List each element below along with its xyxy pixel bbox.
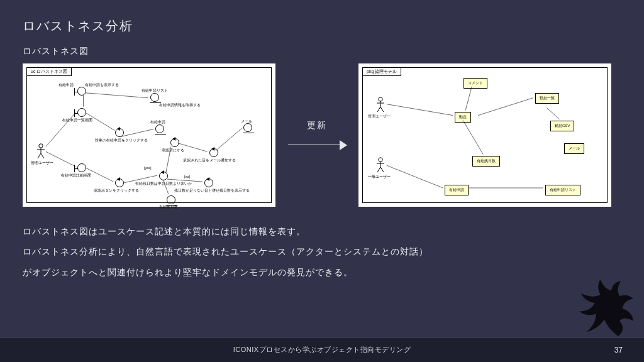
svg-line-14	[216, 128, 242, 151]
entity-label: 有給残日数	[159, 205, 178, 209]
svg-line-5	[46, 112, 76, 147]
robustness-diagram: uc ロバストネス図 管理ユーザー 有給申請 有給申請を表示する 有給申請一覧画…	[23, 63, 275, 207]
paragraph: ロバストネス図はユースケース記述と本質的には同じ情報を表す。	[23, 226, 621, 238]
svg-line-13	[177, 143, 208, 151]
svg-line-8	[86, 113, 115, 131]
slide-subtitle: ロバストネス図	[23, 46, 621, 57]
body-text: ロバストネス図はユースケース記述と本質的には同じ情報を表す。 ロバストネス分析に…	[23, 226, 621, 279]
footer-text: ICONIXプロセスから学ぶオブジェクト指向モデリング	[233, 345, 411, 354]
page-number: 37	[614, 346, 623, 354]
svg-line-12	[166, 146, 171, 173]
domain-model-diagram: pkg 論理モデル 管理ユーザー 一般ユーザー コメント 勤怠 勤怠一覧 勤怠C…	[358, 63, 611, 207]
svg-line-11	[123, 175, 157, 183]
svg-line-6	[46, 151, 76, 167]
connector-layer	[363, 68, 607, 203]
slide-title: ロバストネス分析	[23, 18, 621, 35]
footer: ICONIXプロセスから学ぶオブジェクト指向モデリング	[0, 337, 644, 362]
paragraph: ロバストネス分析により、自然言語で表現されたユースケース（アクターとシステムとの…	[23, 246, 621, 258]
svg-line-9	[121, 129, 153, 136]
svg-line-16	[164, 180, 169, 194]
svg-line-34	[463, 121, 483, 155]
svg-line-31	[387, 104, 453, 116]
arrow-label: 更新	[307, 120, 327, 131]
diagram-row: uc ロバストネス図 管理ユーザー 有給申請 有給申請を表示する 有給申請一覧画…	[23, 63, 621, 207]
connector-layer	[27, 68, 271, 203]
paragraph: がオブジェクトへと関連付けられより堅牢なドメインモデルの発見ができる。	[23, 266, 621, 279]
svg-line-29	[478, 98, 533, 116]
svg-line-30	[547, 108, 559, 119]
svg-line-10	[86, 168, 114, 182]
svg-line-15	[167, 179, 203, 182]
svg-line-28	[465, 87, 472, 111]
arrow-icon	[287, 140, 347, 150]
svg-line-7	[86, 93, 148, 98]
svg-line-32	[387, 165, 443, 188]
